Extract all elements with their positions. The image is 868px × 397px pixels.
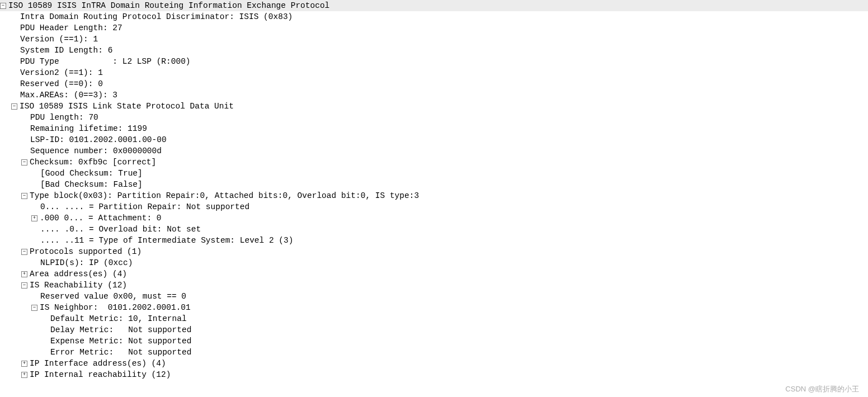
tree-label: Protocols supported (1) (30, 246, 141, 257)
node-protocols-supported[interactable]: −Protocols supported (1) (0, 246, 868, 257)
watermark: CSDN @瞎折腾的小王 (785, 384, 859, 395)
tree-label: Error Metric: Not supported (50, 347, 191, 358)
field-lsp-id[interactable]: LSP-ID: 0101.2002.0001.00-00 (0, 134, 868, 145)
node-checksum[interactable]: −Checksum: 0xfb9c [correct] (0, 157, 868, 168)
field-overload-bit[interactable]: .... .0.. = Overload bit: Not set (0, 224, 868, 235)
tree-label: Delay Metric: Not supported (50, 324, 191, 335)
node-attachment[interactable]: +.000 0... = Attachment: 0 (0, 212, 868, 224)
tree-label: Checksum: 0xfb9c [correct] (30, 157, 156, 168)
field-pdu-header-length[interactable]: PDU Header Length: 27 (0, 22, 868, 34)
tree-label: PDU Header Length: 27 (20, 22, 122, 34)
field-pdu-type[interactable]: PDU Type : L2 LSP (R:000) (0, 56, 868, 67)
tree-label: .000 0... = Attachment: 0 (40, 212, 162, 224)
tree-label: System ID Length: 6 (20, 45, 112, 56)
tree-label: ISO 10589 ISIS InTRA Domain Routeing Inf… (8, 0, 329, 11)
tree-label: IP Interface address(es) (4) (30, 358, 166, 369)
tree-label: PDU Type : L2 LSP (R:000) (20, 56, 191, 67)
field-remaining-lifetime[interactable]: Remaining lifetime: 1199 (0, 123, 868, 134)
tree-label: NLPID(s): IP (0xcc) (40, 257, 133, 268)
field-version[interactable]: Version (==1): 1 (0, 34, 868, 45)
tree-label: Area address(es) (4) (30, 268, 127, 280)
tree-label: Type block(0x03): Partition Repair:0, At… (30, 190, 419, 201)
field-max-areas[interactable]: Max.AREAs: (0==3): 3 (0, 89, 868, 101)
tree-label: .... .0.. = Overload bit: Not set (40, 224, 201, 235)
tree-label: Remaining lifetime: 1199 (30, 123, 147, 134)
proto-root[interactable]: −ISO 10589 ISIS InTRA Domain Routeing In… (0, 0, 868, 11)
node-lsp-data-unit[interactable]: −ISO 10589 ISIS Link State Protocol Data… (0, 101, 868, 112)
expand-icon[interactable]: + (21, 271, 27, 277)
tree-label: Sequence number: 0x0000000d (30, 145, 162, 157)
field-delay-metric[interactable]: Delay Metric: Not supported (0, 324, 868, 335)
collapse-icon[interactable]: − (31, 305, 37, 311)
field-good-checksum[interactable]: [Good Checksum: True] (0, 168, 868, 179)
tree-label: IP Internal reachability (12) (30, 369, 171, 380)
tree-label: Expense Metric: Not supported (50, 335, 191, 347)
collapse-icon[interactable]: − (21, 282, 27, 289)
collapse-icon[interactable]: − (0, 3, 6, 9)
tree-label: IS Neighbor: 0101.2002.0001.01 (40, 302, 191, 313)
expand-icon[interactable]: + (21, 372, 27, 378)
field-expense-metric[interactable]: Expense Metric: Not supported (0, 335, 868, 347)
node-type-block[interactable]: −Type block(0x03): Partition Repair:0, A… (0, 190, 868, 201)
field-bad-checksum[interactable]: [Bad Checksum: False] (0, 179, 868, 190)
tree-label: [Bad Checksum: False] (40, 179, 143, 190)
tree-label: IS Reachability (12) (30, 280, 127, 291)
tree-label: Reserved value 0x00, must == 0 (40, 291, 186, 302)
tree-label: LSP-ID: 0101.2002.0001.00-00 (30, 134, 167, 145)
tree-label: PDU length: 70 (30, 112, 98, 123)
collapse-icon[interactable]: − (21, 159, 27, 166)
field-partition-repair[interactable]: 0... .... = Partition Repair: Not suppor… (0, 201, 868, 212)
collapse-icon[interactable]: − (21, 249, 27, 255)
expand-icon[interactable]: + (21, 361, 27, 367)
tree-label: Max.AREAs: (0==3): 3 (20, 89, 117, 101)
tree-label: Version (==1): 1 (20, 34, 98, 45)
field-nlpid[interactable]: NLPID(s): IP (0xcc) (0, 257, 868, 268)
field-error-metric[interactable]: Error Metric: Not supported (0, 347, 868, 358)
tree-label: Reserved (==0): 0 (20, 78, 103, 89)
tree-label: Default Metric: 10, Internal (50, 313, 187, 324)
node-area-addresses[interactable]: +Area address(es) (4) (0, 268, 868, 280)
node-ip-interface-addresses[interactable]: +IP Interface address(es) (4) (0, 358, 868, 369)
node-ip-internal-reachability[interactable]: +IP Internal reachability (12) (0, 369, 868, 380)
tree-label: [Good Checksum: True] (40, 168, 143, 179)
node-is-neighbor[interactable]: −IS Neighbor: 0101.2002.0001.01 (0, 302, 868, 313)
tree-label: Version2 (==1): 1 (20, 67, 103, 78)
packet-tree: −ISO 10589 ISIS InTRA Domain Routeing In… (0, 0, 868, 380)
field-system-id-length[interactable]: System ID Length: 6 (0, 45, 868, 56)
field-reserved-value[interactable]: Reserved value 0x00, must == 0 (0, 291, 868, 302)
tree-label: ISO 10589 ISIS Link State Protocol Data … (20, 101, 234, 112)
tree-label: 0... .... = Partition Repair: Not suppor… (40, 201, 249, 212)
field-discriminator[interactable]: Intra Domain Routing Protocol Discrimina… (0, 11, 868, 22)
field-version2[interactable]: Version2 (==1): 1 (0, 67, 868, 78)
field-reserved[interactable]: Reserved (==0): 0 (0, 78, 868, 89)
tree-label: .... ..11 = Type of Intermediate System:… (40, 235, 293, 246)
collapse-icon[interactable]: − (11, 103, 17, 110)
expand-icon[interactable]: + (31, 215, 37, 221)
field-sequence-number[interactable]: Sequence number: 0x0000000d (0, 145, 868, 157)
field-pdu-length[interactable]: PDU length: 70 (0, 112, 868, 123)
field-is-type[interactable]: .... ..11 = Type of Intermediate System:… (0, 235, 868, 246)
collapse-icon[interactable]: − (21, 193, 27, 199)
tree-label: Intra Domain Routing Protocol Discrimina… (20, 11, 293, 22)
node-is-reachability[interactable]: −IS Reachability (12) (0, 280, 868, 291)
field-default-metric[interactable]: Default Metric: 10, Internal (0, 313, 868, 324)
